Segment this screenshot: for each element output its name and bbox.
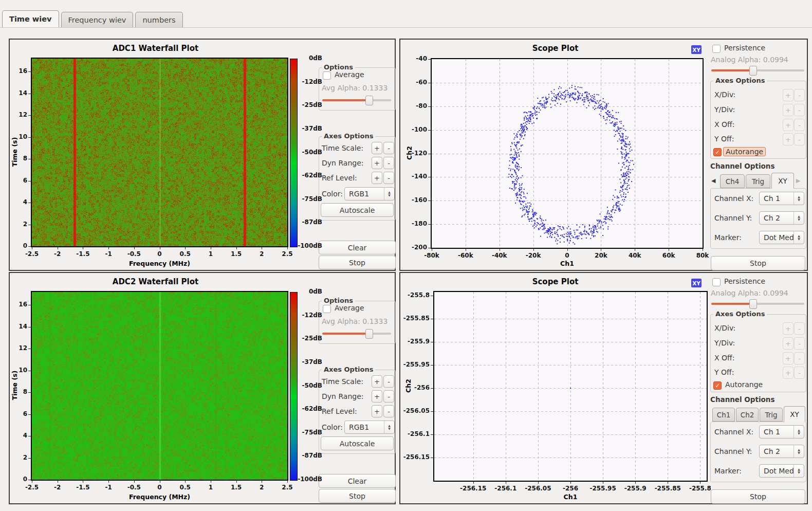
- slider-handle[interactable]: [749, 299, 757, 309]
- slider-handle[interactable]: [749, 66, 757, 76]
- channel-options-legend: Channel Options: [710, 395, 774, 404]
- tab-time-wiev[interactable]: Time wiev: [2, 10, 59, 27]
- yoff-plus-button[interactable]: +: [783, 133, 793, 145]
- scope-top-stop-button[interactable]: Stop: [711, 256, 805, 270]
- xdiv-plus-button[interactable]: +: [783, 89, 793, 101]
- channel-y-select[interactable]: Ch 2 ▲▼: [759, 211, 804, 225]
- scope-bottom-canvas[interactable]: [434, 292, 707, 481]
- channel-x-select[interactable]: Ch 1 ▲▼: [759, 425, 804, 439]
- tick-mark: [28, 414, 31, 415]
- channel-tab-ch1[interactable]: Ch1: [712, 408, 735, 422]
- adc1-clear-button[interactable]: Clear: [319, 241, 396, 254]
- channel-tab-ch2[interactable]: Ch2: [736, 408, 759, 422]
- ydiv-minus-button[interactable]: -: [794, 337, 805, 350]
- spinbox-arrows-icon[interactable]: ▲▼: [384, 188, 394, 200]
- analog-alpha-slider[interactable]: [711, 303, 804, 305]
- adc1-average-checkbox[interactable]: [323, 71, 331, 80]
- analog-alpha-slider[interactable]: [711, 69, 804, 71]
- spinbox-arrows-icon[interactable]: ▲▼: [793, 231, 804, 244]
- adc2-avg-alpha-slider[interactable]: [322, 333, 391, 335]
- adc1-autoscale-button[interactable]: Autoscale: [321, 203, 394, 217]
- tab-numbers[interactable]: numbers: [135, 12, 182, 27]
- adc2-stop-button[interactable]: Stop: [319, 489, 396, 503]
- xdiv-plus-button[interactable]: +: [783, 322, 793, 335]
- dyn-range-minus-button[interactable]: -: [383, 390, 394, 403]
- yoff-minus-button[interactable]: -: [794, 133, 805, 145]
- xdiv-minus-button[interactable]: -: [794, 89, 805, 101]
- marker-select[interactable]: Dot Med ▲▼: [759, 231, 804, 244]
- tab-scroll-left-icon[interactable]: ◀: [711, 177, 715, 184]
- adc1-colorbar: [290, 59, 298, 247]
- spinbox-arrows-icon[interactable]: ▲▼: [793, 445, 804, 458]
- dyn-range-minus-button[interactable]: -: [383, 157, 394, 169]
- channel-y-select[interactable]: Ch 2 ▲▼: [759, 445, 804, 458]
- tab-frequency-wiev[interactable]: Frequency wiev: [61, 12, 134, 27]
- tick-mark: [428, 177, 431, 177]
- channel-tab-ch4[interactable]: Ch4: [720, 174, 745, 188]
- tick-mark: [431, 411, 433, 412]
- yoff-minus-button[interactable]: -: [794, 367, 805, 379]
- time-scale-minus-button[interactable]: -: [383, 375, 394, 388]
- autorange-checkbox[interactable]: ✓: [713, 381, 722, 390]
- dyn-range-plus-button[interactable]: +: [372, 390, 382, 403]
- adc2-waterfall-canvas[interactable]: [32, 292, 287, 480]
- dyn-range-label: Dyn Range:: [322, 159, 363, 167]
- adc1-waterfall-canvas[interactable]: [32, 59, 287, 246]
- adc2-average-checkbox[interactable]: [323, 305, 331, 313]
- yoff-label: Y Off:: [714, 368, 734, 376]
- spinbox-arrows-icon[interactable]: ▲▼: [793, 426, 804, 438]
- ref-level-minus-button[interactable]: -: [383, 405, 394, 417]
- marker-select[interactable]: Dot Med ▲▼: [759, 464, 804, 478]
- slider-handle[interactable]: [365, 96, 373, 105]
- dyn-range-plus-button[interactable]: +: [372, 157, 382, 169]
- adc2-autoscale-button[interactable]: Autoscale: [321, 436, 394, 450]
- scope-top-canvas[interactable]: [432, 59, 703, 248]
- spinbox-arrows-icon[interactable]: ▲▼: [384, 421, 394, 433]
- tick-label: -140: [398, 173, 427, 180]
- spinbox-arrows-icon[interactable]: ▲▼: [793, 212, 804, 224]
- yoff-label: Y Off:: [714, 135, 734, 143]
- xoff-plus-button[interactable]: +: [783, 119, 793, 131]
- scope-bottom-stop-button[interactable]: Stop: [711, 489, 805, 504]
- adc1-avg-alpha-slider[interactable]: [322, 99, 391, 101]
- spinbox-arrows-icon[interactable]: ▲▼: [793, 465, 804, 477]
- channel-tab-xy[interactable]: XY: [784, 406, 805, 422]
- channel-x-select[interactable]: Ch 1 ▲▼: [759, 192, 804, 205]
- channel-tab-trig[interactable]: Trig: [746, 174, 770, 188]
- tick-label: 80k: [682, 252, 721, 259]
- spinbox-arrows-icon[interactable]: ▲▼: [793, 192, 804, 205]
- ref-level-plus-button[interactable]: +: [372, 172, 382, 184]
- tick-mark: [431, 365, 433, 366]
- adc2-clear-button[interactable]: Clear: [319, 474, 396, 488]
- persistence-checkbox[interactable]: [712, 45, 721, 53]
- ref-level-minus-button[interactable]: -: [383, 172, 394, 184]
- ydiv-minus-button[interactable]: -: [794, 104, 805, 116]
- channel-tab-trig[interactable]: Trig: [760, 408, 783, 422]
- tick-mark: [428, 224, 431, 225]
- slider-fill: [322, 333, 369, 335]
- channel-tab-xy[interactable]: XY: [771, 173, 794, 189]
- time-scale-plus-button[interactable]: +: [372, 375, 382, 388]
- xoff-label: X Off:: [714, 120, 734, 129]
- adc2-color-select[interactable]: RGB1 ▲▼: [344, 421, 395, 434]
- ydiv-plus-button[interactable]: +: [783, 337, 793, 350]
- analog-alpha-label: Analog Alpha: 0.0994: [711, 289, 788, 297]
- x-tick-labels: -256.15-256.1-256.05-256-255.95-255.9-25…: [416, 485, 711, 493]
- xoff-plus-button[interactable]: +: [783, 352, 793, 364]
- ydiv-plus-button[interactable]: +: [783, 104, 793, 116]
- tick-mark: [635, 249, 635, 251]
- adc1-stop-button[interactable]: Stop: [319, 256, 396, 269]
- persistence-checkbox[interactable]: [712, 278, 721, 286]
- ref-level-plus-button[interactable]: +: [372, 405, 382, 417]
- xdiv-minus-button[interactable]: -: [794, 322, 805, 335]
- xoff-minus-button[interactable]: -: [794, 352, 805, 364]
- tab-scroll-right-icon[interactable]: ▶: [796, 177, 800, 184]
- yoff-plus-button[interactable]: +: [783, 367, 793, 379]
- xoff-minus-button[interactable]: -: [794, 119, 805, 131]
- tick-mark: [428, 59, 431, 60]
- time-scale-minus-button[interactable]: -: [383, 142, 394, 154]
- slider-handle[interactable]: [365, 329, 373, 339]
- autorange-checkbox[interactable]: ✓: [713, 148, 722, 156]
- adc1-color-select[interactable]: RGB1 ▲▼: [344, 187, 395, 200]
- time-scale-plus-button[interactable]: +: [372, 142, 382, 154]
